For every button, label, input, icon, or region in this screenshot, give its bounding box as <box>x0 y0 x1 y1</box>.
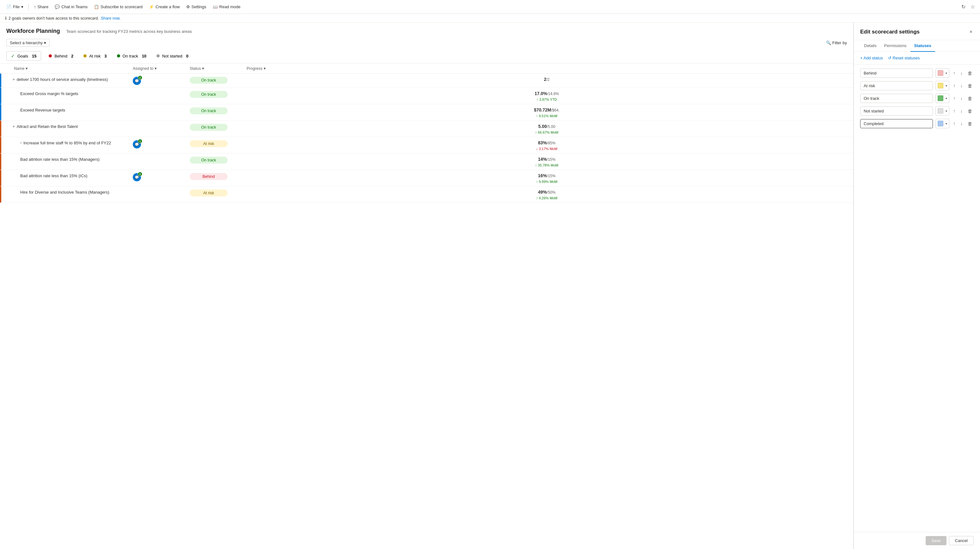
behind-caret-icon: ▾ <box>945 71 947 75</box>
atrisk-caret-icon: ▾ <box>945 84 947 87</box>
hierarchy-selector[interactable]: Select a hierarchy ▾ <box>6 39 49 47</box>
progress-change: ↑ 3.87% YTD <box>536 98 557 102</box>
row-name-text: Hire for Diverse and Inclusive Teams (Ma… <box>20 190 110 195</box>
tab-statuses[interactable]: Statuses <box>910 40 935 52</box>
status-completed-input[interactable] <box>860 119 933 128</box>
expand-icon[interactable]: » <box>13 124 15 129</box>
add-status-button[interactable]: + Add status <box>860 56 883 60</box>
badge-count: 2 <box>138 172 142 176</box>
toolbar-create-flow[interactable]: ⚡ Create a flow <box>146 3 182 10</box>
col-header-assigned[interactable]: Assigned to ▾ <box>133 66 190 71</box>
status-badge[interactable]: Behind <box>190 173 228 180</box>
subscribe-icon: 📋 <box>94 5 99 9</box>
completed-delete-button[interactable]: 🗑 <box>966 120 974 128</box>
toolbar-subscribe[interactable]: 📋 Subscribe to scorecard <box>91 3 145 10</box>
summary-goals[interactable]: ✓ Goals 15 <box>6 51 41 61</box>
row-assigned-cell <box>133 123 190 124</box>
ontrack-delete-button[interactable]: 🗑 <box>966 94 974 102</box>
table-row: ›Increase full time staff % to 85% by en… <box>0 137 853 154</box>
progress-change: ↑ 9.99% MoM <box>536 180 557 184</box>
status-atrisk-input[interactable] <box>860 81 933 90</box>
table-row: »deliver 1700 hours of service annually … <box>0 74 853 88</box>
col-header-name[interactable]: Name ▾ <box>6 66 133 71</box>
status-badge[interactable]: On track <box>190 91 228 98</box>
col-header-status[interactable]: Status ▾ <box>190 66 247 71</box>
status-notstarted-input[interactable] <box>860 106 933 116</box>
panel-title: Edit scorecard settings <box>860 29 920 35</box>
toolbar-chat[interactable]: 💬 Chat in Teams <box>52 3 90 10</box>
cancel-button[interactable]: Cancel <box>949 536 974 545</box>
filter-button[interactable]: 🔍 Filter by <box>826 40 847 45</box>
table-body: »deliver 1700 hours of service annually … <box>0 74 853 203</box>
notstarted-move-down-button[interactable]: ↓ <box>959 107 964 115</box>
status-behind-color-picker[interactable]: ▾ <box>935 68 949 78</box>
status-behind-input[interactable] <box>860 68 933 78</box>
status-ontrack-input[interactable] <box>860 94 933 103</box>
status-ontrack-color-picker[interactable]: ▾ <box>935 94 949 103</box>
status-completed-color-picker[interactable]: ▾ <box>935 119 949 128</box>
summary-behind[interactable]: Behind 2 <box>45 52 80 60</box>
row-accent-bar <box>0 170 1 186</box>
completed-move-down-button[interactable]: ↓ <box>959 120 964 127</box>
row-name-text: Bad attrition rate less than 15% (ICs) <box>20 173 87 179</box>
expand-icon[interactable]: › <box>20 141 22 145</box>
toolbar-file[interactable]: 📄 File ▾ <box>4 3 26 10</box>
progress-change: ↑ 9.51% MoM <box>536 114 557 118</box>
ontrack-move-down-button[interactable]: ↓ <box>959 94 964 102</box>
progress-change: ↑ 66.67% MoM <box>535 130 558 134</box>
summary-ontrack[interactable]: On track 10 <box>113 52 153 60</box>
row-status-cell: Behind <box>190 173 247 180</box>
toolbar-share[interactable]: ↑ Share <box>31 3 51 10</box>
behind-delete-button[interactable]: 🗑 <box>966 69 974 77</box>
table-row: Hire for Diverse and Inclusive Teams (Ma… <box>0 186 853 203</box>
status-badge[interactable]: At risk <box>190 140 228 147</box>
refresh-icon[interactable]: ↻ <box>960 3 967 11</box>
atrisk-move-down-button[interactable]: ↓ <box>959 82 964 89</box>
flow-icon: ⚡ <box>149 5 154 9</box>
summary-atrisk[interactable]: At risk 3 <box>80 52 113 60</box>
alert-bar: ℹ 2 goals owners don't have access to th… <box>0 14 980 23</box>
status-badge[interactable]: On track <box>190 77 228 84</box>
status-row-ontrack: ▾ ↑ ↓ 🗑 <box>860 94 974 103</box>
avatar[interactable]: 💬2 <box>133 77 141 85</box>
toolbar-read-mode[interactable]: 📖 Read mode <box>210 3 243 10</box>
behind-move-up-button[interactable]: ↑ <box>952 69 957 77</box>
col-header-progress[interactable]: Progress ▾ <box>247 66 847 71</box>
save-button[interactable]: Save <box>926 536 947 545</box>
row-assigned-cell <box>133 107 190 107</box>
status-row-completed: ▾ ↑ ↓ 🗑 <box>860 119 974 128</box>
save-label: Save <box>931 538 941 543</box>
share-now-link[interactable]: Share now. <box>101 16 121 21</box>
scorecard-title: Workforce Planning <box>6 28 60 34</box>
atrisk-delete-button[interactable]: 🗑 <box>966 82 974 90</box>
avatar[interactable]: 💬2 <box>133 173 141 181</box>
tab-permissions[interactable]: Permissions <box>880 40 910 52</box>
status-badge[interactable]: At risk <box>190 190 228 197</box>
notstarted-delete-button[interactable]: 🗑 <box>966 107 974 115</box>
panel-close-button[interactable]: × <box>968 28 974 36</box>
expand-icon[interactable]: » <box>13 77 15 81</box>
ontrack-move-up-button[interactable]: ↑ <box>952 94 957 102</box>
row-name-cell: »deliver 1700 hours of service annually … <box>6 76 133 83</box>
star-icon[interactable]: ☆ <box>969 3 976 11</box>
row-status-cell: On track <box>190 123 247 131</box>
behind-move-down-button[interactable]: ↓ <box>959 69 964 77</box>
status-badge[interactable]: On track <box>190 157 228 163</box>
tab-statuses-label: Statuses <box>914 43 931 48</box>
add-status-label: + Add status <box>860 56 883 60</box>
status-badge[interactable]: On track <box>190 107 228 114</box>
reset-statuses-button[interactable]: ↺ Reset statuses <box>888 56 920 60</box>
row-assigned-cell <box>133 156 190 157</box>
completed-move-up-button[interactable]: ↑ <box>952 120 957 127</box>
tab-details[interactable]: Details <box>860 40 880 52</box>
notstarted-move-up-button[interactable]: ↑ <box>952 107 957 115</box>
ontrack-label: On track <box>123 54 138 59</box>
status-notstarted-color-picker[interactable]: ▾ <box>935 106 949 116</box>
status-badge[interactable]: On track <box>190 124 228 131</box>
toolbar-settings[interactable]: ⚙ Settings <box>184 3 209 10</box>
avatar[interactable]: 💬1 <box>133 140 141 148</box>
notstarted-count: 0 <box>186 54 188 59</box>
summary-notstarted[interactable]: Not started 0 <box>153 52 195 60</box>
atrisk-move-up-button[interactable]: ↑ <box>952 82 957 89</box>
status-atrisk-color-picker[interactable]: ▾ <box>935 81 949 90</box>
